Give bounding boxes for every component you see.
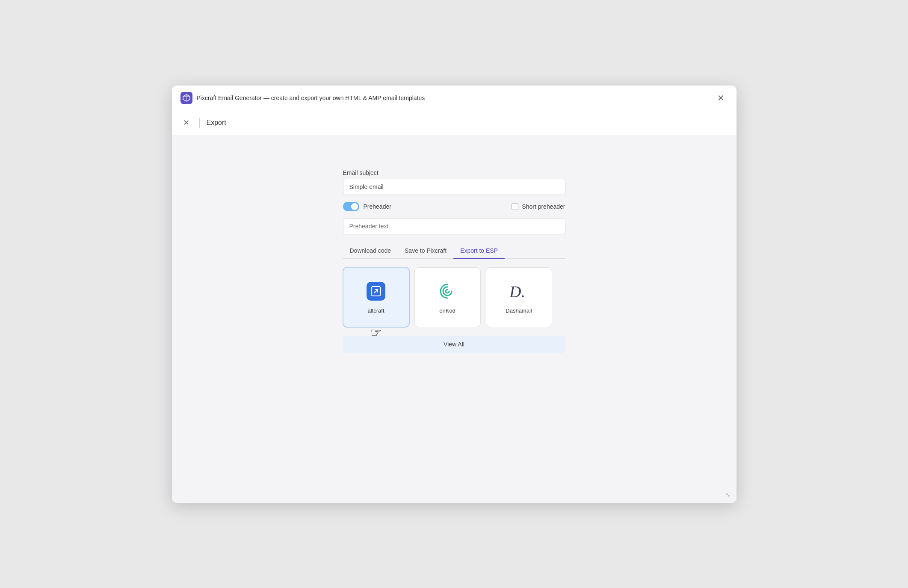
toolbar-title: Export (207, 119, 226, 127)
preheader-label: Preheader (364, 203, 391, 210)
svg-text:D.: D. (509, 283, 525, 301)
email-subject-field: Email subject (343, 169, 565, 195)
dashamail-icon: D. (508, 280, 530, 302)
resize-handle: ⤡ (725, 492, 732, 499)
toolbar-close-button[interactable]: ✕ (180, 117, 192, 129)
email-subject-input[interactable] (343, 179, 565, 195)
esp-card-dashamail-label: Dashamail (506, 307, 532, 314)
window-title: Pixcraft Email Generator — create and ex… (197, 95, 425, 101)
export-tabs: Download code Save to Pixcraft Export to… (343, 243, 565, 259)
preheader-text-input[interactable] (343, 218, 565, 234)
short-preheader-checkbox[interactable] (512, 203, 518, 210)
esp-card-enkod[interactable]: enKod (414, 267, 481, 327)
preheader-toggle[interactable] (343, 202, 359, 211)
enkod-svg (437, 281, 458, 301)
preheader-toggle-group: Preheader (343, 202, 391, 211)
title-bar: Pixcraft Email Generator — create and ex… (172, 86, 736, 111)
title-bar-left: Pixcraft Email Generator — create and ex… (180, 92, 425, 104)
main-content: Email subject Preheader Short preheader (172, 135, 736, 503)
tab-download-code[interactable]: Download code (343, 243, 398, 258)
altcraft-icon-inner (367, 282, 385, 301)
form-panel: Email subject Preheader Short preheader (343, 169, 565, 353)
short-preheader-label: Short preheader (522, 203, 565, 210)
esp-card-enkod-label: enKod (439, 307, 455, 314)
toolbar-divider (199, 118, 200, 128)
preheader-text-field (343, 218, 565, 234)
enkod-icon (436, 280, 458, 302)
esp-card-altcraft-wrapper: altcraft ☞ (343, 267, 409, 327)
preheader-row: Preheader Short preheader (343, 202, 565, 211)
toolbar: ✕ Export (172, 111, 736, 135)
app-icon (180, 92, 192, 104)
altcraft-svg (370, 285, 382, 297)
esp-card-altcraft[interactable]: altcraft (343, 267, 409, 327)
dashamail-svg: D. (508, 280, 530, 302)
altcraft-icon (365, 280, 387, 302)
esp-cards-container: altcraft ☞ enKod (343, 267, 565, 327)
esp-card-dashamail[interactable]: D. Dashamail (486, 267, 552, 327)
view-all-button[interactable]: View All (343, 336, 565, 353)
window-close-button[interactable]: ✕ (714, 91, 728, 105)
short-preheader-group: Short preheader (512, 203, 565, 210)
email-subject-label: Email subject (343, 169, 565, 176)
tab-save-to-pixcraft[interactable]: Save to Pixcraft (398, 243, 453, 258)
esp-card-altcraft-label: altcraft (367, 307, 384, 314)
main-window: Pixcraft Email Generator — create and ex… (172, 86, 736, 503)
tab-export-to-esp[interactable]: Export to ESP (453, 243, 505, 258)
